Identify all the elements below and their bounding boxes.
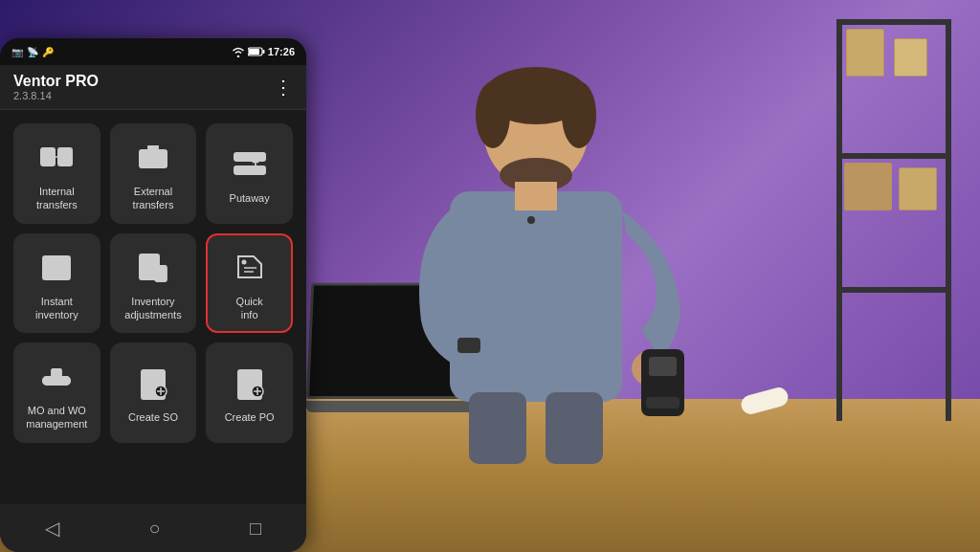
svg-rect-12 bbox=[457, 338, 480, 353]
inventory-adjustments-button[interactable]: Inventoryadjustments bbox=[110, 233, 197, 334]
instant-inventory-label: Instantinventory bbox=[35, 295, 78, 322]
svg-point-11 bbox=[527, 216, 535, 224]
mo-wo-label: MO and WOmanagement bbox=[26, 404, 87, 431]
wifi-icon bbox=[232, 46, 245, 57]
create-po-icon: P bbox=[229, 363, 271, 405]
svg-rect-10 bbox=[646, 397, 679, 408]
svg-rect-14 bbox=[546, 392, 603, 464]
putaway-label: Putaway bbox=[230, 191, 270, 205]
battery-icon bbox=[248, 47, 265, 56]
svg-point-46 bbox=[62, 377, 70, 385]
recent-button[interactable]: □ bbox=[250, 518, 261, 540]
menu-dots-button[interactable]: ⋮ bbox=[274, 76, 293, 99]
svg-point-41 bbox=[241, 259, 246, 264]
app-header: Ventor PRO 2.3.8.14 ⋮ bbox=[0, 65, 306, 110]
external-transfers-label: Externaltransfers bbox=[133, 185, 174, 212]
svg-rect-9 bbox=[649, 357, 677, 376]
svg-text:S: S bbox=[147, 378, 154, 389]
back-button[interactable]: ◁ bbox=[45, 517, 59, 540]
internal-transfers-icon bbox=[35, 137, 78, 179]
create-po-label: Create PO bbox=[225, 410, 275, 424]
putaway-button[interactable]: Putaway bbox=[206, 123, 293, 224]
svg-rect-6 bbox=[515, 182, 557, 210]
instant-inventory-icon bbox=[35, 247, 78, 289]
app-title: Ventor PRO bbox=[13, 73, 99, 90]
quick-info-button[interactable]: Quickinfo bbox=[206, 233, 293, 334]
cast-icon: 📡 bbox=[27, 47, 38, 57]
external-transfers-icon bbox=[132, 137, 174, 179]
instant-inventory-button[interactable]: Instantinventory bbox=[13, 233, 100, 334]
camera-icon: 📷 bbox=[11, 47, 23, 57]
person-figure bbox=[345, 53, 727, 464]
putaway-icon bbox=[229, 144, 271, 186]
svg-point-2 bbox=[476, 81, 510, 148]
create-so-label: Create SO bbox=[128, 410, 178, 424]
internal-transfers-label: Internaltransfers bbox=[36, 185, 78, 212]
time-display: 17:26 bbox=[268, 46, 295, 57]
svg-rect-13 bbox=[469, 392, 526, 464]
mo-wo-management-button[interactable]: MO and WOmanagement bbox=[13, 342, 100, 443]
shelves bbox=[836, 19, 951, 421]
home-button[interactable]: ○ bbox=[148, 518, 160, 540]
create-po-button[interactable]: P Create PO bbox=[206, 342, 293, 443]
inventory-adjustments-label: Inventoryadjustments bbox=[124, 295, 181, 322]
key-icon: 🔑 bbox=[42, 47, 54, 57]
create-so-button[interactable]: S Create SO bbox=[110, 342, 197, 443]
svg-text:P: P bbox=[244, 378, 251, 389]
status-bar: 📷 📡 🔑 17:26 bbox=[0, 38, 306, 65]
quick-info-icon bbox=[229, 247, 271, 289]
svg-point-45 bbox=[43, 377, 51, 385]
svg-point-3 bbox=[562, 81, 596, 148]
create-so-icon: S bbox=[132, 363, 174, 405]
internal-transfers-button[interactable]: Internaltransfers bbox=[13, 123, 100, 224]
app-version: 2.3.8.14 bbox=[13, 90, 99, 101]
inventory-adjustments-icon bbox=[132, 247, 174, 289]
external-transfers-button[interactable]: Externaltransfers bbox=[110, 123, 197, 224]
svg-rect-17 bbox=[262, 50, 264, 54]
app-grid: Internaltransfers Externaltransfers bbox=[0, 110, 306, 456]
svg-rect-26 bbox=[238, 168, 246, 172]
svg-rect-16 bbox=[249, 49, 259, 55]
svg-rect-5 bbox=[450, 191, 622, 402]
phone-mockup: 📷 📡 🔑 17:26 Ventor PRO 2.3. bbox=[0, 38, 306, 552]
svg-rect-25 bbox=[238, 155, 246, 159]
quick-info-label: Quickinfo bbox=[236, 295, 263, 322]
mo-wo-icon bbox=[35, 356, 78, 398]
bottom-navigation: ◁ ○ □ bbox=[0, 504, 306, 552]
